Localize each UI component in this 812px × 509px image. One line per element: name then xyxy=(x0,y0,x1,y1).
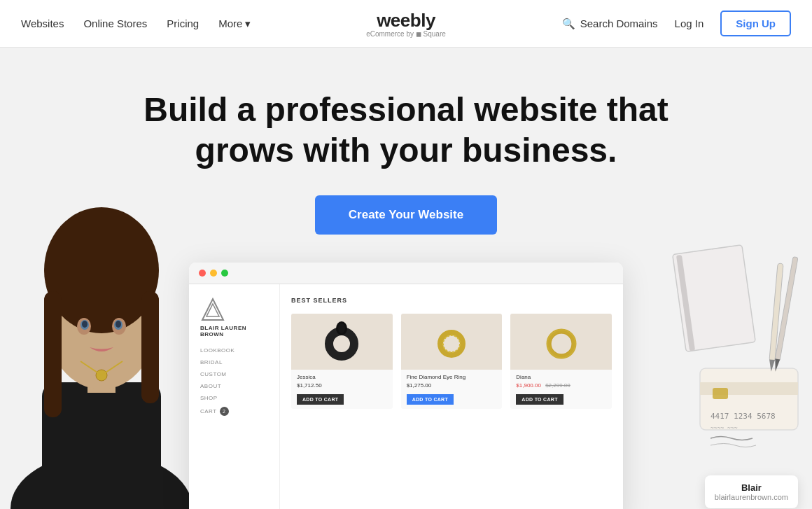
browser-dot-green xyxy=(221,270,228,277)
browser-dot-yellow xyxy=(210,270,217,277)
cart-badge: 2 xyxy=(220,407,229,416)
add-to-cart-diana[interactable]: ADD TO CART xyxy=(516,394,563,405)
product-card-diana: Diana $1,900.00 $2,299.00 ADD TO CART xyxy=(510,314,612,409)
hero-title: Build a professional website that grows … xyxy=(119,90,693,170)
svg-point-22 xyxy=(443,335,460,352)
product-name-diamond: Fine Diamond Eye Ring xyxy=(407,374,497,380)
svg-point-11 xyxy=(82,321,88,328)
store-sidebar-nav: LOOKBOOK BRIDAL CUSTOM ABOUT SHOP CART 2 xyxy=(200,347,268,416)
nav-link-websites[interactable]: Websites xyxy=(21,18,64,29)
search-icon: 🔍 xyxy=(562,18,575,30)
stationery-svg: 4417 1234 5678 ~~~~ ~~~ xyxy=(665,242,812,509)
ring-diamond-svg xyxy=(427,317,476,366)
product-price-diamond: $1,275.00 xyxy=(407,382,497,389)
product-card-diamond: Fine Diamond Eye Ring $1,275.00 ADD TO C… xyxy=(401,314,503,409)
products-grid: Jessica $1,712.50 ADD TO CART xyxy=(291,314,612,409)
ring-jessica-svg xyxy=(317,317,366,366)
sidebar-nav-shop[interactable]: SHOP xyxy=(200,395,268,401)
nav-link-pricing[interactable]: Pricing xyxy=(167,18,199,29)
login-link[interactable]: Log In xyxy=(675,18,704,29)
product-name-jessica: Jessica xyxy=(297,374,387,380)
browser-mockup: BLAIR LAUREN BROWN LOOKBOOK BRIDAL CUSTO… xyxy=(189,263,623,509)
sidebar-nav-bridal[interactable]: BRIDAL xyxy=(200,359,268,365)
nav-right: 🔍 Search Domains Log In Sign Up xyxy=(562,11,791,36)
store-sidebar: BLAIR LAUREN BROWN LOOKBOOK BRIDAL CUSTO… xyxy=(189,284,280,509)
create-website-button[interactable]: Create Your Website xyxy=(315,195,497,235)
sidebar-nav-custom[interactable]: CUSTOM xyxy=(200,371,268,377)
sidebar-nav-cart[interactable]: CART 2 xyxy=(200,407,268,416)
store-layout: BLAIR LAUREN BROWN LOOKBOOK BRIDAL CUSTO… xyxy=(189,284,623,509)
product-img-diana xyxy=(510,314,612,370)
svg-point-12 xyxy=(115,321,121,328)
svg-point-20 xyxy=(338,323,345,333)
store-logo-svg xyxy=(200,297,225,322)
blair-card: Blair blairlaurenbrown.com xyxy=(705,475,798,508)
svg-rect-32 xyxy=(713,388,728,399)
person-image xyxy=(0,172,203,509)
notebook-illustration: 4417 1234 5678 ~~~~ ~~~ xyxy=(665,242,812,509)
nav-left: Websites Online Stores Pricing More ▾ xyxy=(21,18,251,30)
product-price-jessica: $1,712.50 xyxy=(297,382,387,389)
svg-marker-17 xyxy=(206,304,219,316)
store-section-title: BEST SELLERS xyxy=(291,297,612,304)
product-info-diana: Diana $1,900.00 $2,299.00 ADD TO CART xyxy=(510,370,612,409)
product-info-diamond: Fine Diamond Eye Ring $1,275.00 ADD TO C… xyxy=(401,370,503,409)
store-logo-area: BLAIR LAUREN BROWN xyxy=(200,297,268,337)
original-price-diana: $2,299.00 xyxy=(545,382,570,389)
browser-bar xyxy=(189,263,623,284)
add-to-cart-jessica[interactable]: ADD TO CART xyxy=(297,394,344,405)
chevron-down-icon: ▾ xyxy=(245,18,251,30)
sidebar-nav-about[interactable]: ABOUT xyxy=(200,383,268,389)
logo-text[interactable]: weebly xyxy=(366,10,446,32)
product-price-diana: $1,900.00 $2,299.00 xyxy=(516,382,606,389)
hero-section: Build a professional website that grows … xyxy=(0,48,812,509)
svg-text:~~~~ ~~~: ~~~~ ~~~ xyxy=(710,425,738,431)
nav-link-more[interactable]: More ▾ xyxy=(218,18,251,30)
product-img-diamond xyxy=(401,314,503,370)
svg-point-23 xyxy=(549,331,574,356)
ring-diana-svg xyxy=(537,317,586,366)
store-main: BEST SELLERS Jessica xyxy=(280,284,623,509)
svg-rect-5 xyxy=(44,291,62,417)
nav-center-logo: weebly eCommerce by ◼ Square xyxy=(366,10,446,38)
product-img-jessica xyxy=(291,314,393,370)
nav-link-online-stores[interactable]: Online Stores xyxy=(83,18,147,29)
svg-point-24 xyxy=(547,330,575,358)
browser-dot-red xyxy=(199,270,206,277)
product-name-diana: Diana xyxy=(516,374,606,380)
search-domains-link[interactable]: 🔍 Search Domains xyxy=(562,18,658,30)
sale-price-diana: $1,900.00 xyxy=(516,382,541,389)
blair-card-name: Blair xyxy=(715,482,788,493)
blair-card-url: blairlaurenbrown.com xyxy=(715,493,788,501)
store-brand-name: BLAIR LAUREN BROWN xyxy=(200,325,268,337)
add-to-cart-diamond[interactable]: ADD TO CART xyxy=(407,394,454,405)
navbar: Websites Online Stores Pricing More ▾ we… xyxy=(0,0,812,48)
signup-button[interactable]: Sign Up xyxy=(720,11,791,36)
sidebar-nav-lookbook[interactable]: LOOKBOOK xyxy=(200,347,268,354)
logo-sub: eCommerce by ◼ Square xyxy=(366,30,446,38)
svg-point-25 xyxy=(551,333,572,354)
product-card-jessica: Jessica $1,712.50 ADD TO CART xyxy=(291,314,393,409)
person-silhouette-svg xyxy=(0,172,203,509)
svg-rect-6 xyxy=(141,291,159,403)
product-info-jessica: Jessica $1,712.50 ADD TO CART xyxy=(291,370,393,409)
svg-text:4417 1234 5678: 4417 1234 5678 xyxy=(710,412,776,421)
